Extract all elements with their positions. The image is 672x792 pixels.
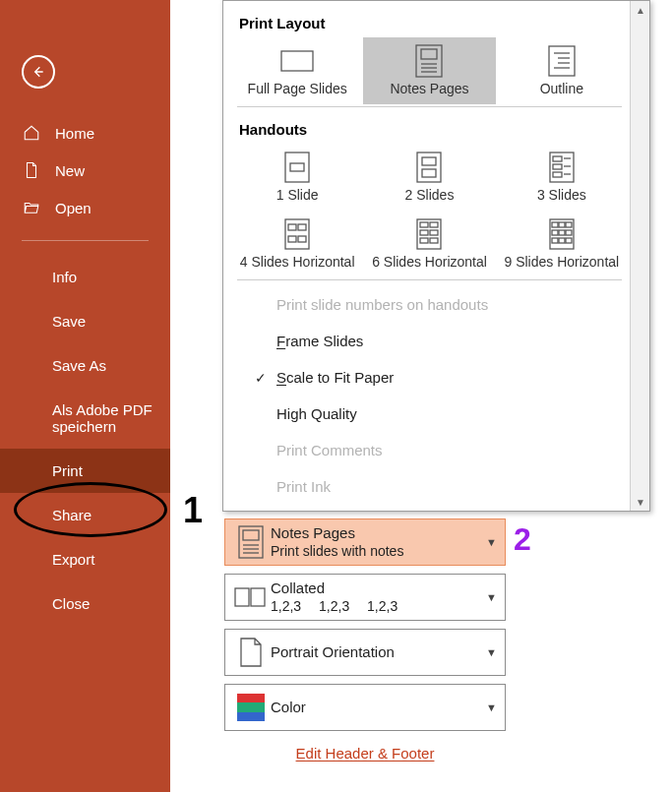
arrow-left-icon <box>31 64 46 80</box>
svg-rect-32 <box>430 230 438 235</box>
color-swatch-icon <box>237 694 265 721</box>
handout-6-icon <box>416 218 442 250</box>
handout-2[interactable]: 2 Slides <box>363 144 495 211</box>
svg-rect-50 <box>235 588 249 606</box>
handout-3-icon <box>549 152 575 183</box>
nav-open[interactable]: Open <box>0 189 170 226</box>
scroll-down-icon[interactable]: ▼ <box>631 493 650 511</box>
annotation-2: 2 <box>514 521 531 558</box>
chevron-down-icon: ▼ <box>486 536 497 548</box>
nav-close[interactable]: Close <box>0 581 170 626</box>
setting-collated[interactable]: Collated 1,2,3 1,2,3 1,2,3 ▼ <box>224 574 506 621</box>
setting-layout-sub: Print slides with notes <box>271 543 486 561</box>
svg-rect-6 <box>549 46 575 76</box>
opt-print-comments: Print Comments <box>231 432 628 468</box>
handout-1[interactable]: 1 Slide <box>231 144 363 211</box>
layout-full-page-slides[interactable]: Full Page Slides <box>231 37 363 104</box>
opt-print-numbers: Print slide numbers on handouts <box>231 286 628 323</box>
svg-rect-33 <box>420 238 428 243</box>
nav-save-as[interactable]: Save As <box>0 343 170 388</box>
svg-rect-30 <box>430 222 438 227</box>
setting-layout[interactable]: Notes Pages Print slides with notes ▼ <box>224 518 506 566</box>
handout-9h[interactable]: 9 Slides Horizontal <box>496 211 628 277</box>
svg-rect-46 <box>243 530 259 540</box>
svg-rect-35 <box>550 219 574 249</box>
opt-scale-fit[interactable]: ✓Scale to Fit Paper <box>231 359 628 396</box>
heading-print-layout: Print Layout <box>231 3 628 37</box>
handout-6h[interactable]: 6 Slides Horizontal <box>363 211 495 277</box>
layout-notes-pages[interactable]: Notes Pages <box>363 37 495 104</box>
check-icon: ✓ <box>253 370 269 386</box>
home-icon <box>23 124 40 142</box>
opt-print-ink: Print Ink <box>231 468 628 505</box>
setting-collated-title: Collated <box>271 579 486 598</box>
handout-9-icon <box>549 218 575 250</box>
svg-rect-21 <box>553 172 562 177</box>
svg-rect-12 <box>290 163 304 171</box>
nav-share[interactable]: Share <box>0 493 170 537</box>
print-settings: Notes Pages Print slides with notes ▼ Co… <box>224 518 506 762</box>
setting-layout-title: Notes Pages <box>271 524 486 543</box>
dropdown-scrollbar[interactable]: ▲ ▼ <box>630 1 649 511</box>
nav-open-label: Open <box>55 200 92 216</box>
scroll-up-icon[interactable]: ▲ <box>631 1 650 19</box>
svg-rect-38 <box>566 222 572 227</box>
full-page-icon <box>277 46 317 76</box>
setting-color[interactable]: Color ▼ <box>224 684 506 731</box>
nav-print[interactable]: Print <box>0 449 170 493</box>
portrait-icon <box>239 637 263 668</box>
back-button[interactable] <box>22 55 55 89</box>
svg-rect-29 <box>420 222 428 227</box>
svg-rect-11 <box>285 152 309 182</box>
nav-new[interactable]: New <box>0 152 170 189</box>
svg-rect-0 <box>281 51 313 71</box>
svg-rect-31 <box>420 230 428 235</box>
svg-rect-51 <box>251 588 265 606</box>
chevron-down-icon: ▼ <box>486 701 497 713</box>
layout-outline[interactable]: Outline <box>496 37 628 104</box>
opt-high-quality[interactable]: High Quality <box>231 396 628 432</box>
svg-rect-41 <box>566 230 572 235</box>
svg-rect-25 <box>298 224 306 230</box>
nav-home-label: Home <box>55 125 94 142</box>
heading-handouts: Handouts <box>231 109 628 144</box>
annotation-1: 1 <box>183 490 203 531</box>
handout-3[interactable]: 3 Slides <box>496 144 628 211</box>
edit-header-footer-link[interactable]: Edit Header & Footer <box>224 745 506 762</box>
handout-4h[interactable]: 4 Slides Horizontal <box>231 211 363 277</box>
setting-orientation-title: Portrait Orientation <box>271 643 486 662</box>
sidebar-divider <box>22 240 149 241</box>
nav-save[interactable]: Save <box>0 299 170 343</box>
handout-2-icon <box>416 152 442 183</box>
opt-frame-slides[interactable]: Frame Slides <box>231 323 628 359</box>
svg-rect-39 <box>552 230 558 235</box>
nav-home[interactable]: Home <box>0 114 170 152</box>
chevron-down-icon: ▼ <box>486 646 497 658</box>
nav-info[interactable]: Info <box>0 255 170 299</box>
svg-rect-17 <box>553 156 562 161</box>
svg-rect-14 <box>422 157 436 165</box>
nav-new-label: New <box>55 162 85 179</box>
svg-rect-40 <box>559 230 565 235</box>
svg-rect-2 <box>421 49 437 59</box>
svg-rect-42 <box>552 238 558 243</box>
file-icon <box>23 161 40 179</box>
notes-page-icon <box>415 44 443 78</box>
nav-export[interactable]: Export <box>0 537 170 581</box>
svg-rect-15 <box>422 169 436 177</box>
setting-orientation[interactable]: Portrait Orientation ▼ <box>224 629 506 676</box>
handout-4-icon <box>284 218 310 250</box>
nav-adobe-pdf[interactable]: Als Adobe PDF speichern <box>0 388 170 449</box>
svg-rect-24 <box>288 224 296 230</box>
svg-rect-19 <box>553 164 562 169</box>
backstage-sidebar: Home New Open Info Save Save As Als Adob… <box>0 0 170 792</box>
setting-color-title: Color <box>271 699 486 717</box>
print-layout-dropdown: ▲ ▼ Print Layout Full Page Slides Notes … <box>222 0 650 512</box>
svg-rect-44 <box>566 238 572 243</box>
collated-icon <box>234 585 268 609</box>
svg-rect-43 <box>559 238 565 243</box>
chevron-down-icon: ▼ <box>486 591 497 603</box>
svg-rect-26 <box>288 236 296 242</box>
svg-rect-27 <box>298 236 306 242</box>
svg-rect-37 <box>559 222 565 227</box>
